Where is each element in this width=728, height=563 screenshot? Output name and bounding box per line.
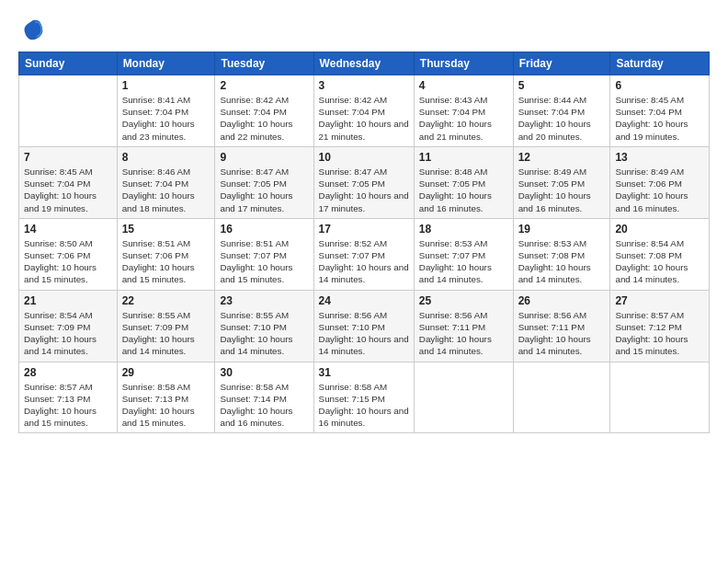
- day-number: 16: [220, 223, 308, 236]
- day-info: Sunrise: 8:45 AM Sunset: 7:04 PM Dayligh…: [615, 94, 704, 143]
- calendar-week-row: 28Sunrise: 8:57 AM Sunset: 7:13 PM Dayli…: [19, 362, 710, 433]
- calendar-cell: [414, 362, 513, 433]
- calendar-header-row: SundayMondayTuesdayWednesdayThursdayFrid…: [19, 52, 710, 75]
- day-number: 14: [24, 223, 112, 236]
- day-info: Sunrise: 8:56 AM Sunset: 7:10 PM Dayligh…: [319, 309, 409, 358]
- calendar-cell: 2Sunrise: 8:42 AM Sunset: 7:04 PM Daylig…: [215, 75, 313, 147]
- calendar-cell: 29Sunrise: 8:58 AM Sunset: 7:13 PM Dayli…: [117, 362, 215, 433]
- day-info: Sunrise: 8:47 AM Sunset: 7:05 PM Dayligh…: [220, 166, 308, 214]
- calendar-cell: 8Sunrise: 8:46 AM Sunset: 7:04 PM Daylig…: [117, 146, 215, 218]
- calendar: SundayMondayTuesdayWednesdayThursdayFrid…: [18, 52, 710, 433]
- day-number: 13: [615, 151, 704, 164]
- day-info: Sunrise: 8:54 AM Sunset: 7:09 PM Dayligh…: [24, 309, 112, 358]
- day-info: Sunrise: 8:41 AM Sunset: 7:04 PM Dayligh…: [122, 94, 210, 143]
- calendar-cell: 23Sunrise: 8:55 AM Sunset: 7:10 PM Dayli…: [215, 290, 313, 362]
- day-number: 12: [518, 151, 606, 164]
- logo: [18, 17, 46, 42]
- calendar-cell: 5Sunrise: 8:44 AM Sunset: 7:04 PM Daylig…: [513, 75, 610, 147]
- calendar-cell: 17Sunrise: 8:52 AM Sunset: 7:07 PM Dayli…: [313, 218, 414, 290]
- calendar-cell: 20Sunrise: 8:54 AM Sunset: 7:08 PM Dayli…: [610, 218, 710, 290]
- calendar-cell: 10Sunrise: 8:47 AM Sunset: 7:05 PM Dayli…: [313, 146, 414, 218]
- calendar-cell: 11Sunrise: 8:48 AM Sunset: 7:05 PM Dayli…: [414, 146, 513, 218]
- calendar-cell: 21Sunrise: 8:54 AM Sunset: 7:09 PM Dayli…: [19, 290, 118, 362]
- day-info: Sunrise: 8:52 AM Sunset: 7:07 PM Dayligh…: [319, 237, 409, 286]
- calendar-cell: 13Sunrise: 8:49 AM Sunset: 7:06 PM Dayli…: [610, 146, 710, 218]
- calendar-header-saturday: Saturday: [610, 52, 710, 75]
- day-number: 24: [319, 294, 409, 307]
- day-info: Sunrise: 8:49 AM Sunset: 7:06 PM Dayligh…: [615, 166, 704, 214]
- day-number: 30: [220, 366, 308, 379]
- calendar-cell: 19Sunrise: 8:53 AM Sunset: 7:08 PM Dayli…: [513, 218, 610, 290]
- day-number: 15: [122, 223, 210, 236]
- calendar-cell: 22Sunrise: 8:55 AM Sunset: 7:09 PM Dayli…: [117, 290, 215, 362]
- calendar-cell: 27Sunrise: 8:57 AM Sunset: 7:12 PM Dayli…: [610, 290, 710, 362]
- day-number: 2: [220, 79, 308, 92]
- day-info: Sunrise: 8:58 AM Sunset: 7:14 PM Dayligh…: [220, 381, 308, 430]
- day-number: 23: [220, 294, 308, 307]
- calendar-header-tuesday: Tuesday: [215, 52, 313, 75]
- calendar-week-row: 14Sunrise: 8:50 AM Sunset: 7:06 PM Dayli…: [19, 218, 710, 290]
- day-number: 7: [24, 151, 112, 164]
- day-number: 27: [615, 294, 704, 307]
- day-info: Sunrise: 8:57 AM Sunset: 7:13 PM Dayligh…: [24, 381, 112, 430]
- page: SundayMondayTuesdayWednesdayThursdayFrid…: [0, 0, 728, 563]
- calendar-cell: 12Sunrise: 8:49 AM Sunset: 7:05 PM Dayli…: [513, 146, 610, 218]
- calendar-week-row: 7Sunrise: 8:45 AM Sunset: 7:04 PM Daylig…: [19, 146, 710, 218]
- day-number: 1: [122, 79, 210, 92]
- calendar-cell: 6Sunrise: 8:45 AM Sunset: 7:04 PM Daylig…: [610, 75, 710, 147]
- day-info: Sunrise: 8:53 AM Sunset: 7:08 PM Dayligh…: [518, 237, 606, 286]
- calendar-cell: 15Sunrise: 8:51 AM Sunset: 7:06 PM Dayli…: [117, 218, 215, 290]
- calendar-cell: 31Sunrise: 8:58 AM Sunset: 7:15 PM Dayli…: [313, 362, 414, 433]
- calendar-cell: 14Sunrise: 8:50 AM Sunset: 7:06 PM Dayli…: [19, 218, 118, 290]
- day-info: Sunrise: 8:58 AM Sunset: 7:15 PM Dayligh…: [319, 381, 409, 430]
- day-number: 25: [419, 294, 508, 307]
- calendar-cell: 7Sunrise: 8:45 AM Sunset: 7:04 PM Daylig…: [19, 146, 118, 218]
- calendar-cell: 3Sunrise: 8:42 AM Sunset: 7:04 PM Daylig…: [313, 75, 414, 147]
- calendar-cell: 16Sunrise: 8:51 AM Sunset: 7:07 PM Dayli…: [215, 218, 313, 290]
- day-info: Sunrise: 8:48 AM Sunset: 7:05 PM Dayligh…: [419, 166, 508, 214]
- day-number: 29: [122, 366, 210, 379]
- day-number: 21: [24, 294, 112, 307]
- day-number: 20: [615, 223, 704, 236]
- calendar-cell: [610, 362, 710, 433]
- day-info: Sunrise: 8:57 AM Sunset: 7:12 PM Dayligh…: [615, 309, 704, 358]
- calendar-week-row: 1Sunrise: 8:41 AM Sunset: 7:04 PM Daylig…: [19, 75, 710, 147]
- day-number: 19: [518, 223, 606, 236]
- calendar-week-row: 21Sunrise: 8:54 AM Sunset: 7:09 PM Dayli…: [19, 290, 710, 362]
- calendar-cell: 25Sunrise: 8:56 AM Sunset: 7:11 PM Dayli…: [414, 290, 513, 362]
- day-info: Sunrise: 8:50 AM Sunset: 7:06 PM Dayligh…: [24, 237, 112, 286]
- day-number: 26: [518, 294, 606, 307]
- calendar-cell: 28Sunrise: 8:57 AM Sunset: 7:13 PM Dayli…: [19, 362, 118, 433]
- day-info: Sunrise: 8:55 AM Sunset: 7:10 PM Dayligh…: [220, 309, 308, 358]
- day-info: Sunrise: 8:49 AM Sunset: 7:05 PM Dayligh…: [518, 166, 606, 214]
- day-info: Sunrise: 8:56 AM Sunset: 7:11 PM Dayligh…: [419, 309, 508, 358]
- day-info: Sunrise: 8:53 AM Sunset: 7:07 PM Dayligh…: [419, 237, 508, 286]
- calendar-cell: 24Sunrise: 8:56 AM Sunset: 7:10 PM Dayli…: [313, 290, 414, 362]
- calendar-cell: 30Sunrise: 8:58 AM Sunset: 7:14 PM Dayli…: [215, 362, 313, 433]
- calendar-header-monday: Monday: [117, 52, 215, 75]
- day-number: 22: [122, 294, 210, 307]
- calendar-cell: [19, 75, 118, 147]
- day-info: Sunrise: 8:56 AM Sunset: 7:11 PM Dayligh…: [518, 309, 606, 358]
- day-number: 28: [24, 366, 112, 379]
- day-info: Sunrise: 8:44 AM Sunset: 7:04 PM Dayligh…: [518, 94, 606, 143]
- day-number: 6: [615, 79, 704, 92]
- day-info: Sunrise: 8:42 AM Sunset: 7:04 PM Dayligh…: [319, 94, 409, 143]
- day-number: 10: [319, 151, 409, 164]
- calendar-cell: 4Sunrise: 8:43 AM Sunset: 7:04 PM Daylig…: [414, 75, 513, 147]
- day-number: 11: [419, 151, 508, 164]
- calendar-header-sunday: Sunday: [19, 52, 118, 75]
- calendar-header-wednesday: Wednesday: [313, 52, 414, 75]
- calendar-cell: [513, 362, 610, 433]
- day-number: 17: [319, 223, 409, 236]
- calendar-header-friday: Friday: [513, 52, 610, 75]
- day-info: Sunrise: 8:43 AM Sunset: 7:04 PM Dayligh…: [419, 94, 508, 143]
- calendar-header-thursday: Thursday: [414, 52, 513, 75]
- calendar-cell: 1Sunrise: 8:41 AM Sunset: 7:04 PM Daylig…: [117, 75, 215, 147]
- day-info: Sunrise: 8:45 AM Sunset: 7:04 PM Dayligh…: [24, 166, 112, 214]
- logo-icon: [20, 17, 46, 42]
- day-info: Sunrise: 8:54 AM Sunset: 7:08 PM Dayligh…: [615, 237, 704, 286]
- day-number: 5: [518, 79, 606, 92]
- day-number: 3: [319, 79, 409, 92]
- day-number: 9: [220, 151, 308, 164]
